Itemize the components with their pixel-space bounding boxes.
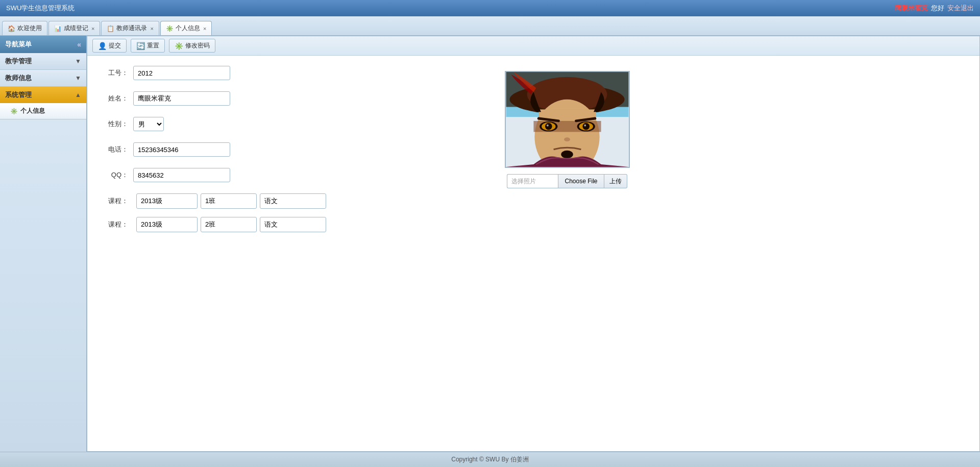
qq-row: QQ： (97, 168, 480, 182)
photo-image (506, 72, 629, 167)
course-2-label: 课程： (97, 220, 128, 229)
tab-grades[interactable]: 📊 成绩登记 × (48, 21, 100, 35)
tab-profile-label: 个人信息 (176, 24, 200, 33)
logout-button[interactable]: 安全退出 (947, 4, 974, 13)
user-area: 鹰眼米霍克 您好 安全退出 (895, 4, 974, 13)
tab-welcome[interactable]: 🏠 欢迎使用 (2, 21, 47, 35)
svg-point-17 (564, 137, 570, 141)
svg-point-9 (545, 123, 552, 130)
change-password-label: 修改密码 (185, 41, 210, 50)
course-row-1: 课程： (97, 193, 480, 209)
sidebar-section-teaching-arrow: ▼ (75, 58, 81, 65)
sidebar-section-system-label: 系统管理 (5, 90, 32, 100)
form-right: 选择照片 Choose File 上传 (501, 66, 633, 441)
main-layout: 导航菜单 « 教学管理 ▼ 教师信息 ▼ 系统管理 ▲ ✳️ 个人 (0, 36, 980, 452)
user-name: 鹰眼米霍克 (895, 4, 928, 13)
phone-input[interactable] (133, 142, 230, 157)
title-bar: SWU学生信息管理系统 鹰眼米霍克 您好 安全退出 (0, 0, 980, 16)
change-password-button[interactable]: ✳️ 修改密码 (169, 39, 215, 53)
sidebar-section-teaching-label: 教学管理 (5, 57, 32, 66)
sidebar-item-profile-label: 个人信息 (20, 107, 45, 115)
file-label-box: 选择照片 (507, 174, 558, 188)
tab-welcome-icon: 🏠 (8, 25, 15, 32)
sidebar-section-teacher-info: 教师信息 ▼ (0, 70, 86, 87)
phone-row: 电话： (97, 142, 480, 157)
change-password-icon: ✳️ (175, 42, 183, 50)
qq-label: QQ： (97, 170, 128, 180)
sidebar-collapse-icon[interactable]: « (77, 40, 81, 48)
form-content: 工号： 姓名： 性别： 男 女 (87, 56, 979, 451)
name-input[interactable] (133, 91, 230, 106)
sidebar-section-teacher-info-header[interactable]: 教师信息 ▼ (0, 70, 86, 86)
submit-label: 提交 (109, 41, 121, 50)
toolbar: 👤 提交 🔄 重置 ✳️ 修改密码 (87, 36, 979, 56)
reset-button[interactable]: 🔄 重置 (131, 39, 165, 53)
svg-point-13 (582, 123, 590, 130)
svg-point-18 (561, 151, 573, 159)
sidebar-section-system-header[interactable]: 系统管理 ▲ (0, 87, 86, 103)
tab-grades-close[interactable]: × (91, 26, 94, 32)
sidebar-title: 导航菜单 (5, 40, 32, 49)
gender-label: 性别： (97, 119, 128, 129)
sidebar-section-teaching: 教学管理 ▼ (0, 53, 86, 70)
svg-point-14 (584, 125, 586, 127)
sidebar-section-teacher-info-arrow: ▼ (75, 75, 81, 82)
sidebar-section-teacher-info-label: 教师信息 (5, 73, 32, 83)
employee-id-input[interactable] (133, 66, 230, 80)
tab-teachers[interactable]: 📋 教师通讯录 × (101, 21, 159, 35)
submit-button[interactable]: 👤 提交 (92, 39, 127, 53)
footer: Copyright © SWU By 伯姜洲 (0, 452, 980, 467)
form-left: 工号： 姓名： 性别： 男 女 (97, 66, 480, 441)
sidebar-section-system: 系统管理 ▲ ✳️ 个人信息 (0, 87, 86, 119)
sidebar-section-teaching-header[interactable]: 教学管理 ▼ (0, 53, 86, 69)
app-title: SWU学生信息管理系统 (6, 4, 75, 13)
content-wrapper: 👤 提交 🔄 重置 ✳️ 修改密码 工号： (87, 36, 980, 452)
tab-teachers-close[interactable]: × (150, 26, 153, 32)
tab-welcome-label: 欢迎使用 (17, 24, 42, 33)
user-greeting: 您好 (931, 4, 944, 13)
content-area: 👤 提交 🔄 重置 ✳️ 修改密码 工号： (87, 36, 980, 452)
upload-button[interactable]: 上传 (604, 174, 627, 188)
tab-profile-icon: ✳️ (166, 25, 174, 32)
sidebar-item-profile-icon: ✳️ (10, 108, 18, 115)
submit-icon: 👤 (98, 42, 107, 50)
phone-label: 电话： (97, 145, 128, 154)
course-2-subject[interactable] (260, 217, 326, 232)
course-2-grade[interactable] (136, 217, 198, 232)
file-upload-row: 选择照片 Choose File 上传 (507, 174, 627, 188)
sidebar-header: 导航菜单 « (0, 36, 86, 53)
course-row-2: 课程： (97, 217, 480, 232)
employee-id-row: 工号： (97, 66, 480, 80)
reset-label: 重置 (147, 41, 159, 50)
course-1-label: 课程： (97, 196, 128, 206)
sidebar: 导航菜单 « 教学管理 ▼ 教师信息 ▼ 系统管理 ▲ ✳️ 个人 (0, 36, 87, 452)
choose-file-button[interactable]: Choose File (558, 174, 604, 188)
photo-container (505, 71, 630, 168)
file-label-text: 选择照片 (511, 177, 536, 186)
tab-teachers-label: 教师通讯录 (116, 24, 147, 33)
tab-bar: 🏠 欢迎使用 📊 成绩登记 × 📋 教师通讯录 × ✳️ 个人信息 × (0, 16, 980, 36)
tab-profile-close[interactable]: × (203, 26, 206, 32)
tab-profile[interactable]: ✳️ 个人信息 × (160, 21, 212, 35)
name-row: 姓名： (97, 91, 480, 106)
employee-id-label: 工号： (97, 68, 128, 78)
tab-grades-icon: 📊 (54, 25, 62, 32)
copyright-text: Copyright © SWU By 伯姜洲 (451, 455, 529, 464)
qq-input[interactable] (133, 168, 230, 182)
gender-row: 性别： 男 女 (97, 117, 480, 131)
sidebar-section-system-arrow: ▲ (75, 91, 81, 99)
svg-point-10 (546, 125, 548, 127)
sidebar-item-profile[interactable]: ✳️ 个人信息 (0, 103, 86, 119)
course-1-grade[interactable] (136, 193, 198, 209)
course-1-class[interactable] (201, 193, 257, 209)
course-1-subject[interactable] (260, 193, 326, 209)
tab-grades-label: 成绩登记 (64, 24, 88, 33)
reset-icon: 🔄 (136, 42, 145, 50)
course-2-class[interactable] (201, 217, 257, 232)
tab-teachers-icon: 📋 (107, 25, 114, 32)
gender-select[interactable]: 男 女 (133, 117, 164, 131)
name-label: 姓名： (97, 94, 128, 103)
